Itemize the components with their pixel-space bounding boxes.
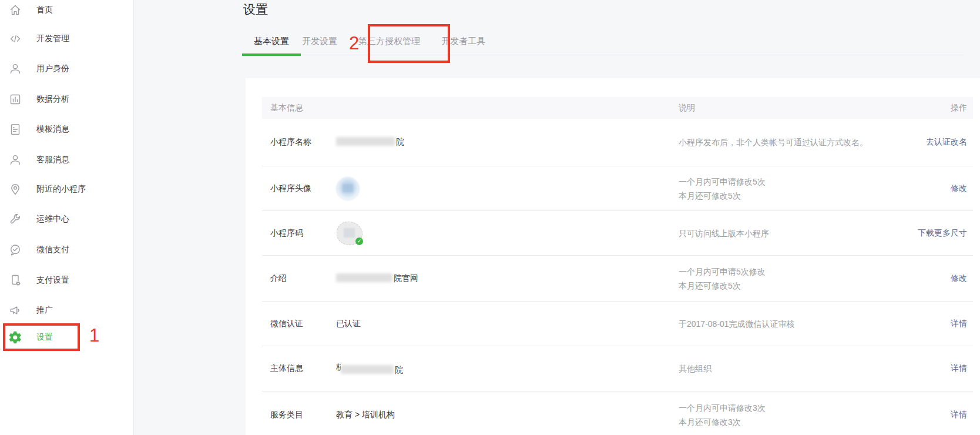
sidebar-item-customer-service[interactable]: 客服消息 (0, 146, 133, 174)
sidebar-item-user-identity[interactable]: 用户身份 (0, 55, 133, 83)
row-action: 下载更多尺寸 (918, 228, 973, 239)
sidebar-item-label: 设置 (36, 332, 53, 343)
col-header-basic-info: 基本信息 (262, 103, 679, 113)
bubble-icon (8, 243, 22, 257)
sidebar-item-label: 微信支付 (36, 245, 69, 255)
sidebar-item-template-message[interactable]: 模板消息 (0, 115, 133, 143)
action-link-qrcode[interactable]: 下载更多尺寸 (918, 228, 967, 237)
sidebar-item-label: 客服消息 (36, 155, 69, 165)
row-value: 院 (336, 137, 679, 148)
description-line: 一个月内可申请修改5次 (679, 175, 951, 189)
row-value: 教育 > 培训机构 (336, 410, 679, 420)
tab-dev-settings[interactable]: 开发设置 (302, 28, 337, 55)
home-icon (8, 3, 22, 17)
row-description: 一个月内可申请修改3次本月还可修改3次 (679, 401, 951, 429)
row-action: 详情 (951, 319, 973, 329)
megaphone-icon (8, 303, 22, 317)
sidebar-item-label: 首页 (36, 5, 53, 15)
user-icon (8, 153, 22, 167)
row-value (336, 177, 679, 200)
row-value: 杭院 (336, 362, 679, 376)
row-description: 小程序发布后，非个人类帐号可通过认证方式改名。 (679, 135, 926, 149)
sidebar-item-label: 附近的小程序 (36, 184, 86, 195)
table-header-row: 基本信息 说明 操作 (262, 97, 973, 119)
description-line: 只可访问线上版本小程序 (679, 226, 918, 240)
tab-developer-tools[interactable]: 开发者工具 (441, 28, 485, 55)
value-suffix: 院官网 (394, 273, 418, 283)
value-suffix: 院 (396, 137, 404, 146)
sidebar-item-label: 开发管理 (36, 34, 69, 44)
action-link-intro[interactable]: 修改 (951, 273, 967, 283)
sidebar-item-promotion[interactable]: 推广 (0, 296, 133, 324)
description-line: 本月还可修改5次 (679, 189, 951, 203)
col-header-action: 操作 (951, 103, 973, 113)
row-action: 修改 (951, 183, 973, 194)
blurred-text (341, 365, 394, 374)
template-icon (8, 122, 22, 136)
row-label: 小程序码 (262, 228, 336, 239)
gear-icon (8, 330, 22, 344)
row-label: 小程序名称 (262, 137, 336, 148)
row-label: 服务类目 (262, 410, 336, 420)
description-line: 其他组织 (679, 362, 951, 376)
tab-label: 第三方授权管理 (358, 36, 420, 47)
row-action: 详情 (951, 363, 973, 374)
masked-value: 院 (336, 137, 404, 148)
sidebar-item-data-analysis[interactable]: 数据分析 (0, 85, 133, 113)
description-line: 一个月内可申请5次修改 (679, 265, 951, 279)
col-header-description: 说明 (679, 103, 951, 113)
miniprogram-avatar (336, 177, 360, 200)
action-link-avatar[interactable]: 修改 (951, 183, 967, 193)
action-link-subject[interactable]: 详情 (951, 363, 967, 373)
sidebar-item-nearby-miniprogram[interactable]: 附近的小程序 (0, 175, 133, 203)
action-link-name[interactable]: 去认证改名 (926, 137, 967, 146)
row-label: 小程序头像 (262, 183, 336, 194)
row-description: 只可访问线上版本小程序 (679, 226, 918, 240)
tab-label: 开发设置 (302, 36, 337, 47)
row-label: 微信认证 (262, 319, 336, 329)
sidebar-item-home[interactable]: 首页 (0, 0, 133, 24)
table-row-name: 小程序名称院小程序发布后，非个人类帐号可通过认证方式改名。去认证改名 (262, 119, 973, 166)
settings-card: 基本信息 说明 操作 小程序名称院小程序发布后，非个人类帐号可通过认证方式改名。… (246, 78, 980, 435)
code-icon (8, 32, 22, 46)
sidebar-item-label: 支付设置 (36, 275, 69, 286)
sidebar-item-dev-manage[interactable]: 开发管理 (0, 25, 133, 53)
masked-value-fragment: 杭 (336, 362, 341, 373)
verified-badge-icon: ✓ (355, 237, 363, 245)
row-value: 院官网 (336, 273, 679, 284)
row-description: 于2017-08-01完成微信认证审核 (679, 317, 951, 331)
description-line: 本月还可修改3次 (679, 415, 951, 429)
row-action: 去认证改名 (926, 137, 973, 148)
user-icon (8, 62, 22, 76)
row-label: 介绍 (262, 273, 336, 284)
miniprogram-qrcode: ✓ (336, 221, 363, 246)
tab-third-party-auth[interactable]: 第三方授权管理 (358, 28, 420, 55)
tab-label: 开发者工具 (441, 36, 485, 47)
basic-info-table: 基本信息 说明 操作 小程序名称院小程序发布后，非个人类帐号可通过认证方式改名。… (262, 97, 973, 435)
row-value: ✓ (336, 221, 679, 246)
value-suffix: 院 (395, 365, 403, 374)
settings-tabs: 基本设置开发设置第三方授权管理开发者工具 (242, 28, 964, 55)
pin-icon (8, 182, 22, 196)
sidebar-item-wechat-pay[interactable]: 微信支付 (0, 236, 133, 264)
table-row-subject: 主体信息杭院其他组织详情 (262, 346, 973, 391)
page-title: 设置 (243, 1, 268, 18)
active-tab-underline (242, 53, 301, 56)
table-row-intro: 介绍院官网一个月内可申请5次修改本月还可修改5次修改 (262, 255, 973, 301)
row-value: 已认证 (336, 319, 679, 329)
sidebar-item-settings[interactable]: 设置 (0, 323, 133, 352)
action-link-category[interactable]: 详情 (951, 410, 967, 419)
sidebar-item-ops-center[interactable]: 运维中心 (0, 205, 133, 233)
sidebar-item-payment-settings[interactable]: 支付设置 (0, 266, 133, 295)
wrench-icon (8, 212, 22, 226)
blurred-text (336, 137, 395, 146)
tab-basic-settings[interactable]: 基本设置 (242, 28, 301, 55)
main-area: 设置 基本设置开发设置第三方授权管理开发者工具 基本信息 说明 操作 小程序名称… (134, 0, 980, 435)
row-action: 修改 (951, 273, 973, 284)
blurred-text (336, 273, 392, 282)
row-description: 其他组织 (679, 362, 951, 376)
table-row-verification: 微信认证已认证于2017-08-01完成微信认证审核详情 (262, 301, 973, 346)
masked-value: 杭院 (336, 362, 403, 376)
action-link-verification[interactable]: 详情 (951, 319, 967, 328)
sidebar: 首页开发管理用户身份数据分析模板消息客服消息附近的小程序运维中心微信支付支付设置… (0, 0, 134, 435)
